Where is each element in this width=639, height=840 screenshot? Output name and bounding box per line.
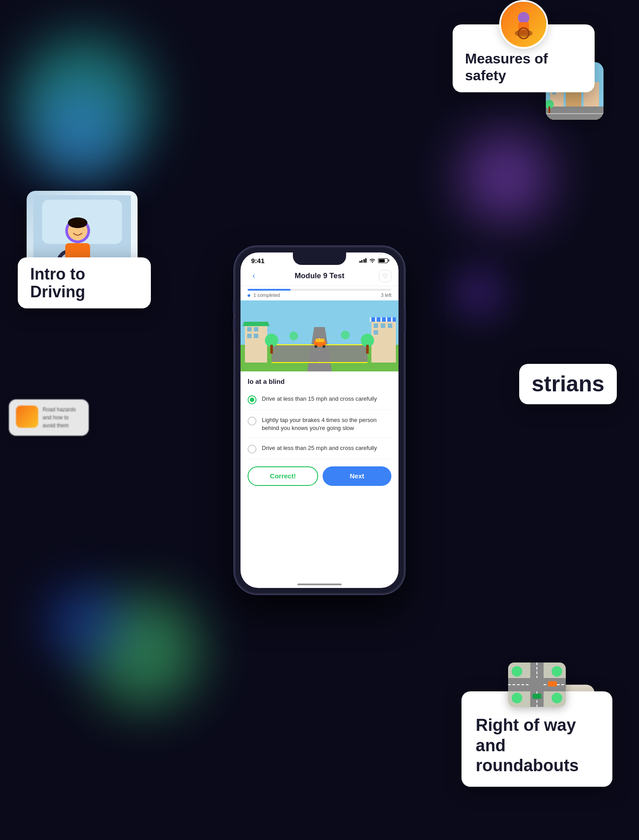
question-scene-svg	[241, 300, 398, 371]
pedestrians-text: strians	[532, 372, 604, 396]
bg-blob-purple	[462, 133, 550, 222]
battery-icon	[378, 258, 388, 263]
intro-to-driving-title: Intro to Driving	[30, 265, 85, 301]
right-of-way-card: Right of way and roundabouts	[462, 691, 612, 787]
bg-blob-purple2	[453, 266, 506, 319]
svg-point-93	[323, 345, 325, 348]
svg-point-0	[518, 12, 529, 24]
svg-point-92	[315, 345, 317, 348]
rightofway-text-container: Right of way and roundabouts	[476, 715, 598, 776]
option-a-text: Drive at less than 15 mph and cross care…	[262, 395, 391, 403]
signal-icon	[359, 258, 367, 263]
svg-rect-76	[247, 334, 252, 338]
progress-labels: 1 completed 3 left	[248, 292, 391, 298]
svg-rect-29	[548, 106, 550, 113]
svg-point-63	[552, 693, 562, 703]
option-b-text: Lightly tap your brakes 4 times so the p…	[262, 416, 391, 432]
person-driving-icon	[506, 7, 541, 42]
hazards-thumbnail	[16, 406, 38, 428]
measures-text-container: Measures of safety	[465, 50, 582, 84]
volume-up-button[interactable]	[233, 300, 235, 314]
next-button[interactable]: Next	[323, 466, 391, 486]
svg-rect-80	[374, 323, 378, 328]
svg-point-62	[512, 693, 522, 703]
svg-rect-82	[388, 323, 392, 328]
svg-rect-70	[272, 345, 367, 363]
measures-person-image	[499, 0, 548, 49]
phone-notch	[293, 252, 346, 265]
svg-rect-58	[532, 694, 541, 699]
pedestrians-card: strians	[519, 364, 617, 404]
radio-button-b[interactable]	[248, 417, 256, 426]
intro-to-driving-card: Intro to Driving	[18, 257, 151, 308]
phone-screen: 9:41	[241, 252, 398, 588]
svg-rect-83	[374, 330, 378, 335]
favorite-button[interactable]: ♡	[379, 270, 391, 282]
progress-section: 1 completed 3 left	[241, 286, 398, 300]
status-time: 9:41	[251, 257, 264, 264]
radio-button-c[interactable]	[248, 445, 256, 454]
status-icons	[359, 258, 388, 263]
question-image	[241, 300, 398, 371]
question-text: lo at a blind	[241, 371, 398, 390]
svg-rect-77	[254, 334, 258, 338]
svg-rect-95	[270, 345, 273, 354]
svg-point-61	[552, 666, 562, 677]
remaining-label: 3 left	[381, 292, 391, 298]
svg-point-99	[341, 331, 350, 339]
svg-rect-75	[254, 327, 258, 331]
volume-down-button[interactable]	[233, 318, 235, 331]
rightofway-thumbnail	[508, 663, 566, 707]
phone-frame: 9:41	[235, 247, 404, 593]
correct-button[interactable]: Correct!	[248, 466, 318, 486]
home-indicator[interactable]	[297, 584, 342, 585]
phone-container: 9:41	[235, 247, 404, 593]
power-button[interactable]	[404, 309, 406, 331]
option-b[interactable]: Lightly tap your brakes 4 times so the p…	[248, 411, 391, 438]
svg-point-98	[289, 331, 298, 340]
progress-bar-fill	[248, 289, 291, 291]
svg-rect-81	[381, 323, 385, 328]
option-a[interactable]: Drive at less than 15 mph and cross care…	[248, 390, 391, 410]
pedestrians-text-container: strians	[532, 372, 604, 396]
bg-blob-blue2	[44, 583, 124, 663]
progress-bar-background	[248, 289, 391, 291]
svg-rect-91	[316, 339, 324, 342]
measures-of-safety-card: Measures of safety	[453, 24, 595, 92]
svg-rect-74	[247, 327, 252, 331]
app-header: ‹ Module 9 Test ♡	[241, 266, 398, 286]
svg-rect-26	[546, 113, 604, 114]
svg-rect-59	[548, 681, 557, 686]
bg-blob-blue	[36, 89, 124, 177]
road-hazards-text: Road hazards and how to avoid them	[43, 406, 82, 430]
back-button[interactable]: ‹	[248, 270, 260, 282]
option-c-text: Drive at less than 25 mph and cross care…	[262, 444, 391, 452]
wifi-icon	[369, 258, 376, 263]
module-title: Module 9 Test	[295, 272, 344, 280]
radio-inner-a	[250, 398, 254, 402]
option-c[interactable]: Drive at less than 25 mph and cross care…	[248, 439, 391, 459]
measures-of-safety-title: Measures of safety	[465, 51, 548, 83]
svg-point-60	[512, 666, 522, 677]
svg-point-14	[68, 217, 87, 228]
svg-rect-97	[366, 345, 369, 354]
options-list: Drive at less than 15 mph and cross care…	[241, 390, 398, 459]
svg-point-2	[515, 30, 532, 37]
battery-fill	[379, 259, 385, 262]
road-hazards-card: Road hazards and how to avoid them	[9, 399, 89, 436]
completed-label: 1 completed	[248, 292, 280, 298]
hazards-content: Road hazards and how to avoid them	[16, 406, 82, 430]
radio-button-a[interactable]	[248, 395, 256, 404]
action-buttons: Correct! Next	[241, 461, 398, 491]
right-of-way-title: Right of way and roundabouts	[476, 716, 579, 775]
roundabout-illustration	[508, 663, 566, 707]
progress-dot	[248, 294, 250, 297]
